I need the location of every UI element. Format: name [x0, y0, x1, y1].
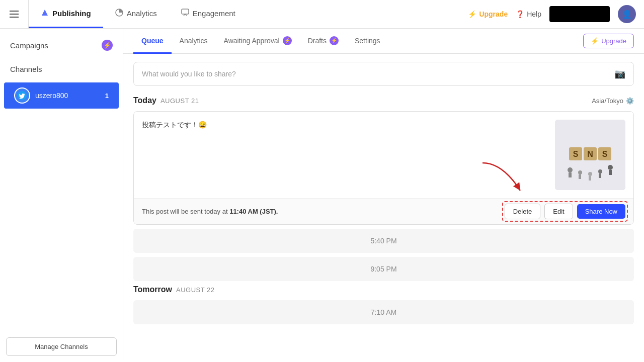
schedule-text: This post will be sent today at 11:40 AM…: [142, 208, 278, 215]
svg-point-17: [578, 170, 582, 174]
publishing-icon: [41, 9, 49, 19]
nav-right: ⚡ Upgrade ❓ Help 👤: [468, 5, 644, 23]
tomorrow-section: Tomorrow AUGUST 22 7:10 AM: [133, 285, 634, 324]
sidebar-item-campaigns[interactable]: Campaigns ⚡: [0, 33, 123, 58]
compose-box[interactable]: What would you like to share? 📷: [133, 62, 634, 86]
drafts-badge: ⚡: [330, 36, 339, 45]
svg-rect-22: [589, 176, 591, 180]
today-section-header: Today AUGUST 21 Asia/Tokyo ⚙️: [133, 96, 634, 105]
svg-text:S: S: [573, 150, 579, 158]
today-title: Today: [133, 96, 156, 105]
time-slot-1: 5:40 PM: [133, 229, 634, 253]
svg-rect-18: [579, 174, 581, 179]
svg-rect-4: [182, 9, 189, 14]
sns-image: S N S: [555, 120, 625, 190]
sidebar-bottom: Manage Channels: [0, 331, 123, 362]
campaigns-left: Campaigns: [10, 41, 48, 50]
awaiting-badge: ⚡: [283, 36, 292, 45]
svg-point-19: [598, 169, 602, 173]
today-title-group: Today AUGUST 21: [133, 96, 199, 105]
channel-info: uszero800: [14, 87, 68, 104]
svg-point-21: [588, 172, 592, 176]
upgrade-button-nav[interactable]: ⚡ Upgrade: [468, 10, 508, 18]
tomorrow-section-header: Tomorrow AUGUST 22: [133, 285, 634, 294]
channel-avatar: [14, 87, 30, 104]
post-thumbnail: S N S: [555, 120, 625, 190]
post-text: 投稿テストです！😄: [142, 120, 547, 190]
engagement-label: Engagement: [193, 9, 235, 18]
svg-rect-16: [609, 170, 612, 175]
sub-nav-right: ⚡ Upgrade: [583, 34, 634, 48]
sub-nav: Queue Analytics Awaiting Approval ⚡ Draf…: [123, 29, 644, 54]
svg-text:S: S: [602, 150, 608, 158]
share-now-button[interactable]: Share Now: [577, 204, 625, 219]
post-actions: Delete Edit Share Now: [505, 204, 625, 219]
tomorrow-title: Tomorrow: [133, 285, 172, 294]
upgrade-sub-icon: ⚡: [591, 37, 599, 45]
timezone-selector[interactable]: Asia/Tokyo ⚙️: [592, 97, 634, 105]
campaigns-badge: ⚡: [102, 40, 113, 51]
edit-button[interactable]: Edit: [544, 204, 573, 219]
manage-channels-button[interactable]: Manage Channels: [6, 337, 117, 356]
campaigns-label: Campaigns: [10, 41, 48, 50]
sub-tab-settings[interactable]: Settings: [347, 29, 388, 54]
channel-avatar-inner: [15, 88, 29, 103]
channel-name: uszero800: [35, 92, 68, 100]
engagement-icon: [181, 9, 189, 19]
channel-count: 1: [105, 92, 109, 100]
main-content: Queue Analytics Awaiting Approval ⚡ Draf…: [123, 29, 644, 362]
channels-label: Channels: [10, 65, 42, 73]
svg-point-15: [608, 165, 613, 170]
delete-button[interactable]: Delete: [505, 204, 541, 219]
svg-rect-1: [10, 14, 19, 15]
sidebar-item-channels[interactable]: Channels: [0, 58, 123, 80]
avatar[interactable]: 👤: [618, 5, 636, 23]
post-card-footer: This post will be sent today at 11:40 AM…: [134, 198, 633, 224]
sub-tab-drafts[interactable]: Drafts ⚡: [300, 29, 347, 54]
gear-icon: ⚙️: [626, 97, 634, 105]
analytics-label: Analytics: [127, 9, 157, 18]
publishing-label: Publishing: [52, 9, 91, 18]
today-date: AUGUST 21: [160, 97, 199, 105]
nav-tab-analytics[interactable]: Analytics: [103, 0, 169, 28]
analytics-icon: [115, 9, 123, 19]
tomorrow-title-group: Tomorrow AUGUST 22: [133, 285, 215, 294]
camera-icon[interactable]: 📷: [614, 68, 625, 79]
tomorrow-date: AUGUST 22: [176, 286, 215, 294]
svg-rect-14: [569, 172, 572, 177]
svg-rect-20: [599, 173, 601, 178]
upgrade-lightning-icon: ⚡: [468, 10, 476, 18]
svg-point-13: [568, 167, 573, 172]
upgrade-button-sub[interactable]: ⚡ Upgrade: [583, 34, 634, 48]
nav-tab-engagement[interactable]: Engagement: [169, 0, 248, 28]
time-slot-2: 9:05 PM: [133, 257, 634, 281]
layout: Campaigns ⚡ Channels uszero800 1: [0, 29, 644, 362]
user-bar: [549, 6, 610, 22]
post-card-body: 投稿テストです！😄 S N: [134, 112, 633, 198]
post-card: 投稿テストです！😄 S N: [133, 111, 634, 225]
compose-placeholder: What would you like to share?: [142, 70, 614, 78]
svg-text:N: N: [587, 150, 593, 158]
help-button[interactable]: ❓ Help: [516, 10, 541, 18]
time-slot-tomorrow-1: 7:10 AM: [133, 300, 634, 324]
schedule-time: 11:40 AM (JST).: [229, 208, 278, 215]
sub-tab-queue[interactable]: Queue: [133, 29, 172, 54]
nav-tab-publishing[interactable]: Publishing: [29, 0, 103, 28]
menu-icon[interactable]: [0, 0, 29, 28]
top-nav: Publishing Analytics Engagement ⚡ Upgrad…: [0, 0, 644, 29]
channel-item-uszero800[interactable]: uszero800 1: [4, 82, 119, 109]
sidebar: Campaigns ⚡ Channels uszero800 1: [0, 29, 123, 362]
content-area: What would you like to share? 📷 Today AU…: [123, 54, 644, 362]
help-circle-icon: ❓: [516, 10, 524, 18]
sub-tab-awaiting[interactable]: Awaiting Approval ⚡: [216, 29, 300, 54]
timezone-label: Asia/Tokyo: [592, 97, 623, 105]
svg-rect-0: [10, 11, 19, 12]
sub-tab-analytics[interactable]: Analytics: [172, 29, 216, 54]
svg-rect-2: [10, 17, 19, 18]
